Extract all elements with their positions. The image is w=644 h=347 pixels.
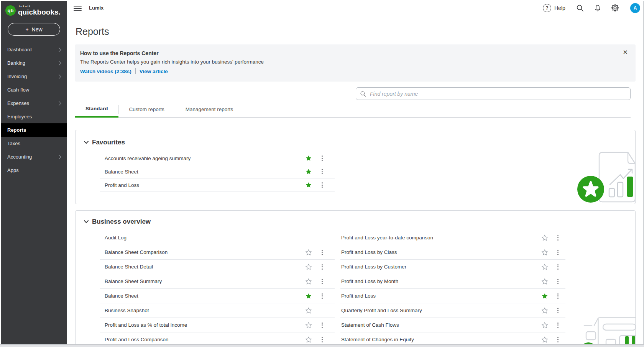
- window-right-edge: [643, 1, 644, 344]
- sidebar-item-reports[interactable]: Reports: [1, 123, 67, 137]
- report-row[interactable]: Profit and Loss year-to-date comparison: [340, 231, 565, 245]
- favourite-star-outline-icon[interactable]: [541, 307, 549, 314]
- sidebar-item-accounting[interactable]: Accounting: [1, 150, 67, 164]
- favourite-star-filled-icon[interactable]: [305, 293, 312, 300]
- kebab-menu-icon[interactable]: [319, 264, 325, 270]
- kebab-menu-icon[interactable]: [319, 322, 325, 328]
- kebab-menu-icon[interactable]: [555, 235, 560, 241]
- plus-icon: +: [25, 26, 28, 33]
- kebab-menu-icon[interactable]: [555, 322, 560, 328]
- favourite-star-outline-icon[interactable]: [305, 278, 312, 285]
- favourite-star-outline-icon[interactable]: [305, 264, 312, 270]
- intuit-label: intuit: [19, 5, 61, 8]
- sidebar-item-employees[interactable]: Employees: [1, 110, 67, 123]
- chevron-right-icon: [57, 61, 61, 65]
- favourite-star-outline-icon[interactable]: [541, 336, 549, 343]
- truck-illustration: [582, 314, 636, 345]
- favourites-section-header[interactable]: Favourites: [84, 139, 125, 146]
- chevron-right-icon: [57, 101, 61, 105]
- report-row[interactable]: Profit and Loss: [100, 178, 335, 192]
- tab-custom-reports[interactable]: Custom reports: [119, 101, 175, 118]
- link-divider: [135, 68, 136, 74]
- favourite-star-filled-icon[interactable]: [305, 168, 312, 175]
- kebab-menu-icon[interactable]: [555, 250, 560, 255]
- kebab-menu-icon[interactable]: [319, 155, 325, 161]
- kebab-menu-icon[interactable]: [555, 279, 560, 284]
- favourite-star-outline-icon[interactable]: [541, 278, 549, 285]
- new-button[interactable]: + New: [8, 23, 60, 36]
- quickbooks-wordmark: quickbooks.: [18, 8, 61, 16]
- sidebar-item-taxes[interactable]: Taxes: [1, 137, 67, 150]
- favourite-star-outline-icon[interactable]: [541, 322, 549, 329]
- favourite-star-outline-icon[interactable]: [305, 336, 312, 343]
- report-row[interactable]: Balance Sheet Summary: [100, 274, 335, 289]
- report-row[interactable]: Business Snapshot: [100, 303, 335, 318]
- favourite-star-outline-icon[interactable]: [305, 249, 312, 256]
- report-row[interactable]: Balance Sheet: [100, 289, 335, 303]
- kebab-menu-icon[interactable]: [319, 169, 325, 174]
- banner-title: How to use the Reports Center: [80, 50, 159, 56]
- sidebar-item-cash-flow[interactable]: Cash flow: [1, 83, 67, 97]
- help-button[interactable]: ? Help: [543, 4, 565, 12]
- favourite-star-outline-icon[interactable]: [305, 322, 312, 329]
- kebab-menu-icon[interactable]: [319, 182, 325, 188]
- page-title: Reports: [76, 26, 109, 37]
- notifications-bell-icon[interactable]: [593, 4, 602, 12]
- report-row[interactable]: Profit and Loss: [340, 289, 565, 303]
- kebab-menu-icon[interactable]: [555, 308, 560, 313]
- report-row[interactable]: Balance Sheet Detail: [100, 260, 335, 274]
- report-row[interactable]: Accounts receivable ageing summary: [100, 152, 335, 165]
- chevron-right-icon: [57, 74, 61, 79]
- report-search: [356, 87, 631, 100]
- sidebar-item-banking[interactable]: Banking: [1, 56, 67, 70]
- business-overview-card: Business overview Audit Log Balance Shee…: [75, 210, 636, 347]
- favourite-star-filled-icon[interactable]: [305, 155, 312, 162]
- kebab-menu-icon[interactable]: [319, 250, 325, 255]
- favourite-star-filled-icon[interactable]: [541, 293, 549, 300]
- company-name: Lumix: [89, 5, 104, 11]
- report-row[interactable]: Profit and Loss by Month: [340, 274, 565, 289]
- sidebar-item-expenses[interactable]: Expenses: [1, 97, 67, 110]
- window-bottom-edge: [0, 344, 644, 347]
- settings-gear-icon[interactable]: [611, 3, 619, 12]
- favourite-star-filled-icon[interactable]: [305, 182, 312, 188]
- banner-subtitle: The Reports Center helps you gain rich i…: [80, 59, 264, 65]
- kebab-menu-icon[interactable]: [319, 279, 325, 284]
- quickbooks-reports-page: qb intuit quickbooks. + New Dashboard Ba…: [0, 0, 644, 347]
- favourite-star-outline-icon[interactable]: [305, 307, 312, 314]
- report-row[interactable]: Audit Log: [100, 231, 335, 245]
- search-icon: [360, 91, 366, 97]
- favourite-star-outline-icon[interactable]: [541, 234, 549, 241]
- report-row[interactable]: Profit and Loss by Customer: [340, 260, 565, 274]
- chevron-down-icon: [84, 141, 89, 144]
- tab-standard[interactable]: Standard: [75, 101, 118, 118]
- search-icon[interactable]: [576, 4, 584, 12]
- sidebar-item-invoicing[interactable]: Invoicing: [1, 70, 67, 83]
- sidebar-nav: Dashboard Banking Invoicing Cash flow Ex…: [1, 43, 67, 177]
- user-avatar[interactable]: A: [630, 3, 640, 13]
- kebab-menu-icon[interactable]: [319, 337, 325, 342]
- view-article-link[interactable]: View article: [140, 69, 168, 74]
- quickbooks-monogram-icon: qb: [5, 5, 16, 16]
- watch-videos-link[interactable]: Watch videos (2:38s): [80, 69, 131, 74]
- sidebar-item-apps[interactable]: Apps: [1, 164, 67, 177]
- report-row[interactable]: Balance Sheet: [100, 165, 335, 178]
- close-icon[interactable]: ✕: [621, 48, 630, 56]
- business-overview-section-header[interactable]: Business overview: [84, 218, 151, 226]
- search-input[interactable]: [369, 90, 626, 97]
- report-row[interactable]: Profit and Loss as % of total income: [100, 318, 335, 332]
- hamburger-menu-icon[interactable]: [74, 6, 82, 11]
- kebab-menu-icon[interactable]: [555, 293, 560, 299]
- kebab-menu-icon[interactable]: [555, 264, 560, 270]
- favourites-card: Favourites Accounts receivable ageing su…: [75, 130, 636, 204]
- kebab-menu-icon[interactable]: [319, 293, 325, 299]
- kebab-menu-icon[interactable]: [555, 337, 560, 342]
- sidebar-item-dashboard[interactable]: Dashboard: [1, 43, 67, 56]
- report-row[interactable]: Profit and Loss by Class: [340, 245, 565, 260]
- tab-management-reports[interactable]: Management reports: [175, 101, 244, 118]
- report-row[interactable]: Quarterly Profit and Loss Summary: [340, 303, 565, 318]
- favourite-star-outline-icon[interactable]: [541, 249, 549, 256]
- report-row[interactable]: Statement of Cash Flows: [340, 318, 565, 332]
- favourite-star-outline-icon[interactable]: [541, 264, 549, 270]
- report-row[interactable]: Balance Sheet Comparison: [100, 245, 335, 260]
